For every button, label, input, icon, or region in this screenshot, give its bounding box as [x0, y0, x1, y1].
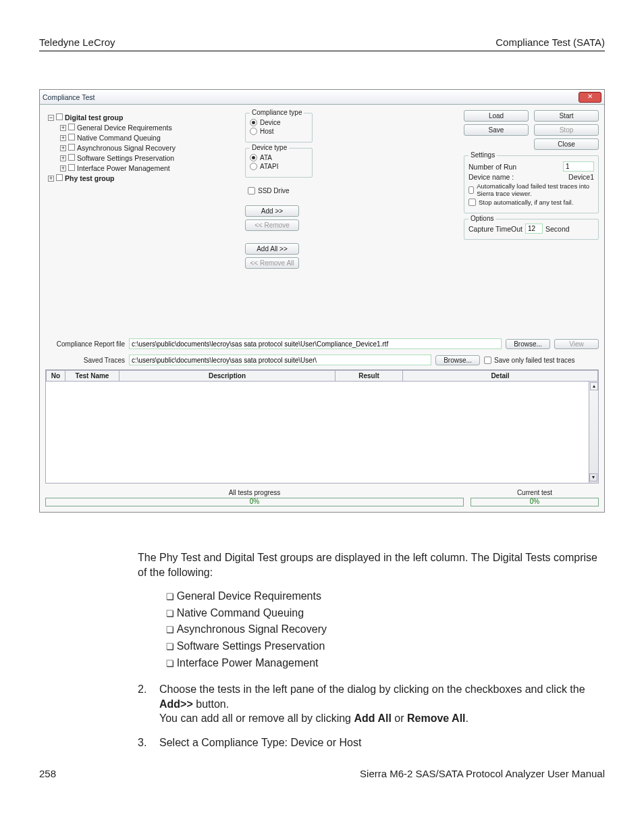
view-button[interactable]: View — [554, 339, 599, 349]
expand-icon[interactable]: + — [48, 176, 54, 182]
window-titlebar: Compliance Test ✕ — [40, 90, 604, 105]
footer-title: Sierra M6-2 SAS/SATA Protocol Analyzer U… — [360, 768, 605, 779]
remove-all-button[interactable]: << Remove All — [245, 257, 299, 269]
header-divider — [39, 51, 605, 51]
remove-button[interactable]: << Remove — [245, 219, 299, 231]
current-test-label: Current test — [517, 489, 552, 496]
device-type-group: Device type ATA ATAPI — [245, 148, 313, 178]
expand-icon[interactable]: + — [60, 145, 66, 151]
list-item: Native Command Queuing — [166, 606, 602, 621]
intro-paragraph: The Phy Test and Digital Test groups are… — [138, 550, 602, 579]
radio-device[interactable] — [250, 119, 257, 126]
dialog-screenshot: Compliance Test ✕ −Digital test group +G… — [39, 89, 605, 513]
radio-ata[interactable] — [250, 154, 257, 161]
middle-column: Compliance type Device Host Device type … — [245, 110, 313, 333]
test-tree[interactable]: −Digital test group +General Device Requ… — [45, 110, 241, 333]
col-description: Description — [119, 371, 336, 382]
expand-icon[interactable]: + — [60, 135, 66, 141]
bullet-list: General Device Requirements Native Comma… — [138, 589, 602, 670]
devname-label: Device name : — [468, 173, 566, 181]
saved-traces-label: Saved Traces — [45, 357, 125, 364]
scroll-up-icon[interactable]: ▴ — [590, 382, 598, 390]
current-test-progress-pct: 0% — [471, 498, 598, 505]
browse-traces-button[interactable]: Browse... — [435, 355, 480, 365]
tree-item[interactable]: Asynchronous Signal Recovery — [77, 144, 176, 152]
document-body: The Phy Test and Digital Test groups are… — [39, 550, 605, 750]
checkbox[interactable] — [68, 164, 75, 171]
close-button[interactable]: Close — [534, 138, 599, 150]
add-all-button[interactable]: Add All >> — [245, 243, 299, 255]
settings-group: Settings Number of Run Device name : Dev… — [464, 155, 599, 213]
radio-label: ATAPI — [260, 163, 278, 170]
compliance-type-group: Compliance type Device Host — [245, 113, 313, 142]
tree-item[interactable]: Native Command Queuing — [77, 134, 161, 142]
checkbox-label: SSD Drive — [258, 187, 290, 194]
tree-root-digital[interactable]: Digital test group — [65, 113, 123, 122]
save-button[interactable]: Save — [464, 124, 529, 136]
numrun-input[interactable] — [563, 161, 594, 172]
header-right: Compliance Test (SATA) — [495, 36, 605, 48]
tree-item[interactable]: Software Settings Preservation — [77, 154, 174, 162]
tree-item[interactable]: Interface Power Management — [77, 164, 170, 172]
checkbox[interactable] — [68, 124, 75, 130]
checkbox-ssd[interactable] — [248, 187, 255, 194]
checkbox-stopauto[interactable] — [468, 199, 476, 206]
radio-label: ATA — [260, 154, 272, 161]
current-test-progress-bar: 0% — [471, 498, 599, 506]
saved-traces-input[interactable] — [129, 355, 431, 365]
group-legend: Options — [468, 215, 495, 222]
options-group: Options Capture TimeOut Second — [464, 219, 599, 240]
col-detail: Detail — [403, 371, 598, 382]
checkbox[interactable] — [56, 174, 63, 181]
all-tests-progress-pct: 0% — [46, 498, 463, 505]
scroll-down-icon[interactable]: ▾ — [589, 473, 597, 481]
checkbox-label: Stop automatically, if any test fail. — [479, 199, 573, 206]
checkbox-save-only-failed[interactable] — [484, 357, 491, 364]
list-item: Software Settings Preservation — [166, 639, 602, 654]
checkbox-label: Automatically load failed test traces in… — [477, 182, 594, 197]
list-item: Interface Power Management — [166, 656, 602, 671]
tree-item[interactable]: General Device Requirements — [77, 124, 172, 132]
capture-timeout-label: Capture TimeOut — [468, 225, 522, 233]
expand-icon[interactable]: + — [60, 165, 66, 172]
checkbox[interactable] — [56, 113, 63, 120]
load-button[interactable]: Load — [464, 110, 529, 122]
stop-button[interactable]: Stop — [534, 124, 599, 136]
window-title: Compliance Test — [43, 93, 579, 101]
checkbox[interactable] — [68, 134, 75, 140]
col-no: No — [47, 371, 65, 382]
expand-icon[interactable]: + — [60, 125, 66, 131]
header-left: Teledyne LeCroy — [39, 36, 115, 48]
results-grid[interactable] — [46, 382, 589, 483]
all-tests-progress-label: All tests progress — [229, 489, 281, 496]
all-tests-progress-bar: 0% — [45, 498, 464, 506]
expand-icon[interactable]: + — [60, 155, 66, 161]
browse-report-button[interactable]: Browse... — [506, 339, 550, 349]
col-result: Result — [336, 371, 403, 382]
selected-tests-area — [317, 110, 460, 333]
list-item: Asynchronous Signal Recovery — [166, 622, 602, 637]
step-3: 3.Select a Compliance Type: Device or Ho… — [138, 735, 602, 750]
close-icon[interactable]: ✕ — [579, 92, 601, 103]
results-table: No Test Name Description Result Detail ▴… — [45, 369, 599, 484]
checkbox-autoload[interactable] — [468, 186, 474, 194]
tree-root-phy[interactable]: Phy test group — [65, 174, 115, 182]
group-legend: Settings — [468, 151, 497, 159]
add-button[interactable]: Add >> — [245, 205, 299, 217]
devname-value: Device1 — [568, 173, 594, 181]
group-legend: Compliance type — [250, 109, 304, 116]
list-item: General Device Requirements — [166, 589, 602, 604]
checkbox[interactable] — [68, 144, 75, 151]
capture-timeout-unit: Second — [545, 225, 570, 233]
radio-atapi[interactable] — [250, 163, 257, 170]
scrollbar[interactable]: ▴ ▾ — [589, 382, 598, 483]
report-file-input[interactable] — [129, 338, 502, 349]
checkbox[interactable] — [68, 154, 75, 161]
col-test-name: Test Name — [65, 371, 119, 382]
radio-host[interactable] — [250, 128, 257, 135]
radio-label: Device — [260, 119, 281, 126]
start-button[interactable]: Start — [534, 110, 599, 122]
capture-timeout-input[interactable] — [525, 224, 543, 234]
collapse-icon[interactable]: − — [48, 115, 54, 121]
right-panel: Load Start Save Stop Close Settings Numb… — [464, 110, 599, 333]
